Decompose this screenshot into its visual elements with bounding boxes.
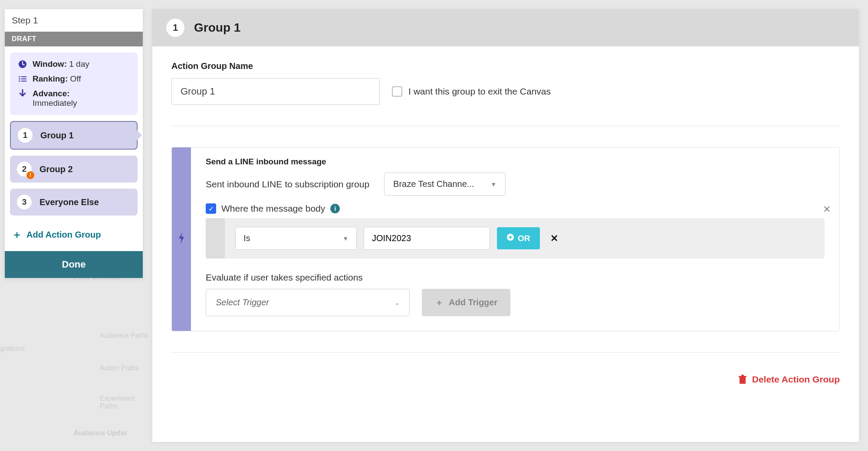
condition-panel: Is ▼ OR ✕ [206,218,825,258]
trigger-title: Send a LINE inbound message [206,157,825,167]
sidebar: Step 1 DRAFT Window: 1 day Ranking: Off … [4,9,143,278]
condition-operator-value: Is [243,233,250,243]
group-badge: 1 [18,128,33,143]
ghost-grations: grations [0,345,25,353]
advance-label: Advance: [33,89,77,98]
action-group-name-label: Action Group Name [171,61,840,71]
bolt-icon [177,232,186,247]
evaluate-row: Select Trigger ⌄ ＋ Add Trigger [206,289,825,316]
condition-inner: Is ▼ OR ✕ [225,218,825,258]
action-group-name-input[interactable] [171,78,380,105]
info-icon[interactable]: i [330,204,340,213]
remove-trigger-icon[interactable]: ✕ [823,204,831,215]
drag-handle[interactable] [206,218,225,258]
advance-value: Immediately [33,98,77,108]
evaluate-label: Evaluate if user takes specified actions [206,272,825,283]
group-badge: 2 ! [17,162,32,176]
where-body-row[interactable]: ✓ Where the message body i [206,203,825,214]
ghost-audience-update: Audience Updat [74,429,127,437]
plus-icon: ＋ [435,297,444,308]
summary-advance: Advance: Immediately [18,89,130,108]
name-row: I want this group to exit the Canvas [171,78,840,105]
condition-value-input[interactable] [364,227,490,250]
advance-icon [18,89,27,98]
chevron-down-icon: ⌄ [395,299,400,306]
ghost-experiment-paths: Experiment Paths [100,395,148,410]
channel-select[interactable]: Braze Test Channe... ▼ [384,173,506,196]
ranking-icon [18,74,27,84]
step-label: Step 1 [5,9,143,32]
summary-ranking: Ranking: Off [18,74,130,84]
svg-rect-2 [21,76,26,77]
group-badge: 3 [17,195,32,209]
group-label: Group 2 [39,164,73,174]
evaluate-section: Evaluate if user takes specified actions… [206,272,825,316]
plus-circle-icon [506,233,514,243]
add-action-group-label: Add Action Group [26,230,101,240]
exit-canvas-row[interactable]: I want this group to exit the Canvas [392,86,551,97]
caret-down-icon: ▼ [342,235,349,242]
add-action-group-button[interactable]: ＋ Add Action Group [5,222,143,248]
group-item-3[interactable]: 3 Everyone Else [10,189,138,216]
draft-badge: DRAFT [5,32,143,46]
ghost-action-paths: Action Paths [100,364,139,372]
select-trigger-placeholder: Select Trigger [216,297,269,307]
add-trigger-label: Add Trigger [449,297,497,307]
done-button[interactable]: Done [5,251,143,278]
svg-rect-3 [19,78,20,79]
group-item-2[interactable]: 2 ! Group 2 [10,156,138,183]
caret-down-icon: ▼ [490,181,496,188]
group-label: Everyone Else [39,197,99,207]
delete-action-group-button[interactable]: Delete Action Group [171,374,840,385]
svg-rect-5 [19,81,20,82]
main-panel: 1 Group 1 Action Group Name I want this … [152,9,859,442]
where-body-label: Where the message body [221,203,325,214]
where-body-checkbox[interactable]: ✓ [206,203,216,214]
svg-rect-9 [739,376,746,377]
header-title: Group 1 [194,21,240,35]
main-header: 1 Group 1 [152,9,859,46]
ranking-value: Off [70,74,81,83]
header-number: 1 [166,19,184,37]
clock-icon [18,59,27,69]
ghost-audience-paths: Audience Paths [100,332,148,340]
trigger-channel-row: Sent inbound LINE to subscription group … [206,173,825,196]
alert-icon: ! [26,171,34,179]
trigger-prefix: Sent inbound LINE to subscription group [206,179,369,190]
window-label: Window: [33,59,67,69]
svg-rect-6 [21,81,26,82]
group-label: Group 1 [40,131,74,141]
svg-rect-1 [19,76,20,77]
delete-action-group-label: Delete Action Group [752,374,840,385]
divider [171,126,840,126]
group-item-1[interactable]: 1 Group 1 [10,121,138,150]
group-list: 1 Group 1 2 ! Group 2 3 Everyone Else [10,121,138,216]
group-num: 2 [22,164,27,174]
summary-window: Window: 1 day [18,59,130,69]
condition-operator-select[interactable]: Is ▼ [235,227,357,250]
or-label: OR [518,234,530,243]
main-body: Action Group Name I want this group to e… [152,46,859,442]
divider [171,352,840,353]
window-value: 1 day [69,59,89,69]
svg-rect-8 [740,377,746,384]
svg-rect-4 [21,78,26,79]
add-trigger-button[interactable]: ＋ Add Trigger [422,289,510,316]
trash-icon [738,375,747,384]
ranking-label: Ranking: [33,74,68,83]
trigger-body: Send a LINE inbound message Sent inbound… [191,147,839,331]
trigger-bar [172,147,191,331]
summary-box: Window: 1 day Ranking: Off Advance: Imme… [10,52,138,115]
trigger-card: Send a LINE inbound message Sent inbound… [171,147,840,331]
or-button[interactable]: OR [497,227,540,249]
svg-rect-10 [741,375,744,376]
plus-icon: ＋ [12,228,22,242]
remove-condition-icon[interactable]: ✕ [547,233,562,244]
select-trigger-dropdown[interactable]: Select Trigger ⌄ [206,289,410,316]
exit-canvas-label: I want this group to exit the Canvas [408,86,551,97]
exit-canvas-checkbox[interactable] [392,86,402,97]
channel-select-value: Braze Test Channe... [393,179,474,189]
